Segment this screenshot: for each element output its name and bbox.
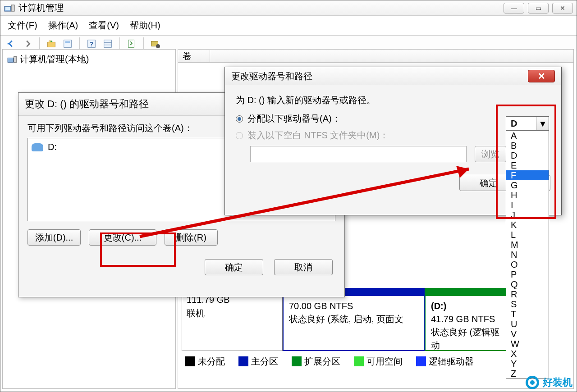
window-title: 计算机管理 bbox=[18, 2, 504, 14]
drive-letter-option-K[interactable]: K bbox=[506, 220, 549, 230]
dialog2-close-button[interactable]: ✕ bbox=[528, 70, 555, 82]
drive-letter-option-T[interactable]: T bbox=[506, 309, 549, 319]
watermark-text: 好装机 bbox=[543, 376, 572, 389]
radio-assign-letter-label: 分配以下驱动器号(A)： bbox=[247, 113, 341, 125]
drive-letter-option-A[interactable]: A bbox=[506, 131, 549, 141]
drive-letter-option-P[interactable]: P bbox=[506, 269, 549, 279]
radio-mount-folder bbox=[236, 132, 243, 139]
minimize-button[interactable]: — bbox=[504, 3, 524, 14]
drive-letter-option-R[interactable]: R bbox=[506, 289, 549, 299]
drive-letter-option-V[interactable]: V bbox=[506, 329, 549, 339]
radio-assign-letter[interactable] bbox=[236, 115, 243, 123]
drive-path-text: D: bbox=[48, 142, 57, 152]
drive-letter-option-N[interactable]: N bbox=[506, 250, 549, 260]
drive-letter-option-D[interactable]: D bbox=[506, 150, 549, 160]
drive-letter-option-G[interactable]: G bbox=[506, 180, 549, 190]
drive-letter-option-U[interactable]: U bbox=[506, 319, 549, 329]
disk-info-cell[interactable]: 111.79 GB 联机 bbox=[182, 288, 283, 351]
radio-assign-letter-row[interactable]: 分配以下驱动器号(A)： bbox=[236, 113, 550, 125]
legend-unallocated: 未分配 bbox=[185, 356, 225, 368]
drive-letter-option-H[interactable]: H bbox=[506, 190, 549, 200]
watermark: 好装机 bbox=[526, 376, 572, 389]
chevron-down-icon[interactable]: ▾ bbox=[536, 117, 549, 130]
drive-letter-option-X[interactable]: X bbox=[506, 349, 549, 359]
drive-letter-option-B[interactable]: B bbox=[506, 141, 549, 150]
tree-root-label: 计算机管理(本地) bbox=[20, 53, 89, 65]
legend-primary: 主分区 bbox=[238, 356, 278, 368]
menu-file[interactable]: 文件(F) bbox=[8, 19, 37, 32]
legend-free: 可用空间 bbox=[354, 356, 403, 368]
legend-extended: 扩展分区 bbox=[292, 356, 340, 368]
svg-rect-15 bbox=[14, 56, 17, 62]
drive-letter-option-F[interactable]: F bbox=[506, 170, 549, 180]
column-volume[interactable]: 卷 bbox=[183, 50, 210, 62]
menu-view[interactable]: 查看(V) bbox=[89, 19, 119, 32]
radio-mount-folder-row: 装入以下空白 NTFS 文件夹中(M)： bbox=[236, 129, 550, 141]
drive-letter-value: D bbox=[506, 119, 536, 129]
partition-d-label: (D:) bbox=[431, 300, 508, 313]
partition-c-size: 70.00 GB NTFS bbox=[289, 300, 418, 313]
svg-rect-1 bbox=[5, 7, 10, 10]
drive-letter-option-O[interactable]: O bbox=[506, 260, 549, 269]
drive-letter-list[interactable]: ABDEFGHIJKLMNOPQRSTUVWXYZ bbox=[506, 131, 549, 379]
menu-help[interactable]: 帮助(H) bbox=[130, 19, 160, 32]
partition-c-status: 状态良好 (系统, 启动, 页面文 bbox=[289, 313, 418, 326]
close-button[interactable]: ✕ bbox=[552, 3, 573, 14]
change-button[interactable]: 更改(C)... bbox=[89, 229, 156, 246]
svg-rect-14 bbox=[8, 58, 14, 62]
drive-letter-option-L[interactable]: L bbox=[506, 230, 549, 240]
partition-c[interactable]: 70.00 GB NTFS 状态良好 (系统, 启动, 页面文 bbox=[283, 288, 425, 351]
disk-status: 联机 bbox=[187, 306, 278, 320]
drive-letter-selected[interactable]: D ▾ bbox=[506, 116, 549, 131]
tree-root[interactable]: 计算机管理(本地) bbox=[5, 52, 173, 66]
drive-letter-option-Y[interactable]: Y bbox=[506, 359, 549, 369]
delete-button[interactable]: 删除(R) bbox=[165, 229, 218, 246]
partition-d-status: 状态良好 (逻辑驱动 bbox=[431, 326, 508, 352]
ok-button[interactable]: 确定 bbox=[205, 259, 263, 275]
drive-icon bbox=[32, 143, 43, 151]
browse-button: 浏览 bbox=[475, 146, 506, 162]
mount-path-input bbox=[250, 146, 467, 162]
drive-letter-option-M[interactable]: M bbox=[506, 240, 549, 250]
titlebar: 计算机管理 — ▭ ✕ bbox=[0, 0, 577, 16]
computer-management-icon bbox=[7, 55, 17, 64]
legend-logical: 逻辑驱动器 bbox=[416, 356, 474, 368]
cancel-button[interactable]: 取消 bbox=[274, 259, 333, 275]
drive-letter-option-E[interactable]: E bbox=[506, 160, 549, 170]
radio-mount-folder-label: 装入以下空白 NTFS 文件夹中(M)： bbox=[247, 129, 389, 141]
dialog2-title: 更改驱动器号和路径 bbox=[231, 70, 312, 82]
menubar: 文件(F) 操作(A) 查看(V) 帮助(H) bbox=[0, 16, 577, 36]
maximize-button[interactable]: ▭ bbox=[528, 3, 549, 14]
computer-management-icon bbox=[4, 4, 15, 13]
dialog2-prompt: 为 D: () 输入新的驱动器号或路径。 bbox=[236, 94, 550, 106]
menu-action[interactable]: 操作(A) bbox=[48, 19, 78, 32]
drive-letter-option-S[interactable]: S bbox=[506, 299, 549, 309]
drive-letter-option-W[interactable]: W bbox=[506, 339, 549, 349]
drive-letter-option-J[interactable]: J bbox=[506, 210, 549, 220]
add-button[interactable]: 添加(D)... bbox=[27, 229, 81, 246]
drive-letter-option-Q[interactable]: Q bbox=[506, 279, 549, 289]
drive-letter-option-I[interactable]: I bbox=[506, 200, 549, 210]
svg-rect-2 bbox=[11, 5, 14, 11]
watermark-icon bbox=[526, 376, 539, 389]
partition-d[interactable]: (D:) 41.79 GB NTFS 状态良好 (逻辑驱动 bbox=[425, 288, 515, 351]
drive-letter-combobox[interactable]: D ▾ ABDEFGHIJKLMNOPQRSTUVWXYZ bbox=[506, 116, 549, 379]
svg-rect-5 bbox=[65, 41, 70, 43]
dialog2-titlebar: 更改驱动器号和路径 ✕ bbox=[225, 67, 561, 85]
volume-grid-header: 卷 bbox=[178, 49, 574, 63]
partition-d-size: 41.79 GB NTFS bbox=[431, 313, 508, 326]
